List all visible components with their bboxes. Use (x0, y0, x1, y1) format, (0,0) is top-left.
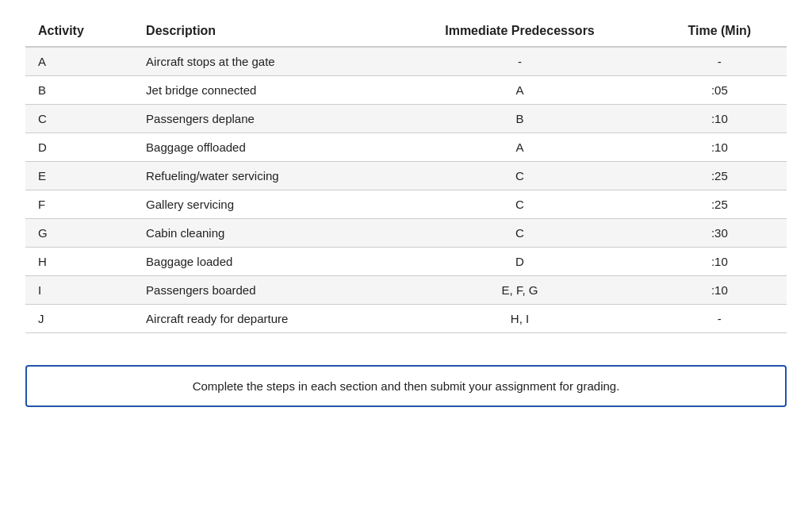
table-row: FGallery servicingC:25 (25, 190, 787, 219)
cell-predecessors: - (387, 47, 652, 76)
cell-time: - (653, 305, 787, 333)
table-header: Activity Description Immediate Predecess… (25, 16, 787, 47)
cell-time: :30 (653, 219, 787, 248)
cell-time: - (653, 47, 787, 76)
table-row: BJet bridge connectedA:05 (25, 76, 787, 105)
cell-time: :25 (653, 162, 787, 190)
table-row: DBaggage offloadedA:10 (25, 133, 787, 162)
cell-description: Passengers boarded (133, 276, 387, 305)
cell-predecessors: C (387, 190, 652, 219)
cell-activity: C (25, 105, 133, 133)
notice-box: Complete the steps in each section and t… (25, 365, 787, 407)
cell-predecessors: H, I (387, 305, 652, 333)
cell-activity: H (25, 248, 133, 276)
cell-description: Aircraft stops at the gate (133, 47, 387, 76)
cell-activity: D (25, 133, 133, 162)
header-row: Activity Description Immediate Predecess… (25, 16, 787, 47)
cell-activity: I (25, 276, 133, 305)
cell-time: :10 (653, 248, 787, 276)
notice-text: Complete the steps in each section and t… (193, 379, 620, 393)
cell-activity: G (25, 219, 133, 248)
activity-table: Activity Description Immediate Predecess… (25, 16, 787, 333)
cell-activity: J (25, 305, 133, 333)
cell-activity: F (25, 190, 133, 219)
cell-time: :10 (653, 133, 787, 162)
cell-time: :10 (653, 276, 787, 305)
cell-description: Aircraft ready for departure (133, 305, 387, 333)
activity-table-container: Activity Description Immediate Predecess… (25, 16, 787, 333)
cell-activity: E (25, 162, 133, 190)
table-row: CPassengers deplaneB:10 (25, 105, 787, 133)
cell-description: Baggage loaded (133, 248, 387, 276)
cell-predecessors: A (387, 76, 652, 105)
table-row: JAircraft ready for departureH, I- (25, 305, 787, 333)
cell-predecessors: C (387, 219, 652, 248)
table-row: GCabin cleaningC:30 (25, 219, 787, 248)
table-body: AAircraft stops at the gate--BJet bridge… (25, 47, 787, 333)
cell-predecessors: D (387, 248, 652, 276)
cell-description: Jet bridge connected (133, 76, 387, 105)
cell-description: Baggage offloaded (133, 133, 387, 162)
cell-time: :05 (653, 76, 787, 105)
cell-description: Refueling/water servicing (133, 162, 387, 190)
col-header-predecessors: Immediate Predecessors (387, 16, 652, 47)
col-header-time: Time (Min) (653, 16, 787, 47)
cell-activity: B (25, 76, 133, 105)
cell-predecessors: B (387, 105, 652, 133)
cell-time: :25 (653, 190, 787, 219)
cell-description: Passengers deplane (133, 105, 387, 133)
cell-predecessors: C (387, 162, 652, 190)
cell-activity: A (25, 47, 133, 76)
cell-predecessors: E, F, G (387, 276, 652, 305)
col-header-description: Description (133, 16, 387, 47)
col-header-activity: Activity (25, 16, 133, 47)
table-row: AAircraft stops at the gate-- (25, 47, 787, 76)
cell-description: Cabin cleaning (133, 219, 387, 248)
table-row: IPassengers boardedE, F, G:10 (25, 276, 787, 305)
cell-predecessors: A (387, 133, 652, 162)
table-row: HBaggage loadedD:10 (25, 248, 787, 276)
cell-time: :10 (653, 105, 787, 133)
cell-description: Gallery servicing (133, 190, 387, 219)
table-row: ERefueling/water servicingC:25 (25, 162, 787, 190)
